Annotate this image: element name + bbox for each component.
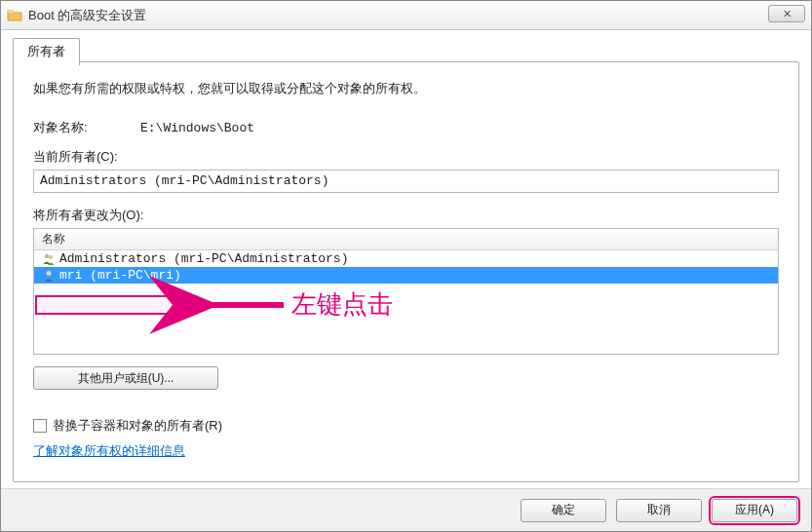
current-owner-field: Administrators (mri-PC\Administrators): [33, 170, 779, 193]
change-owner-to-label: 将所有者更改为(O):: [33, 207, 779, 224]
svg-point-2: [47, 271, 52, 276]
learn-more-link[interactable]: 了解对象所有权的详细信息: [33, 443, 185, 458]
svg-point-1: [49, 255, 53, 259]
list-item-label: mri (mri-PC\mri): [59, 268, 181, 283]
window-title: Boot 的高级安全设置: [28, 7, 146, 24]
list-item[interactable]: Administrators (mri-PC\Administrators): [34, 250, 778, 267]
object-name-row: 对象名称: E:\Windows\Boot: [33, 119, 779, 136]
tabstrip: 所有者: [13, 38, 80, 65]
folder-icon: [7, 8, 22, 23]
svg-point-0: [45, 253, 49, 257]
close-icon: ✕: [783, 8, 792, 20]
tab-owner[interactable]: 所有者: [13, 38, 80, 65]
owner-listbox[interactable]: 名称 Administrators (mri-PC\Administrators…: [33, 228, 779, 355]
titlebar: Boot 的高级安全设置 ✕: [1, 1, 811, 30]
users-group-icon: [42, 252, 56, 266]
client-area: 所有者 如果您有所需的权限或特权，您就可以取得或分配这个对象的所有权。 对象名称…: [1, 30, 811, 531]
tab-panel-owner: 如果您有所需的权限或特权，您就可以取得或分配这个对象的所有权。 对象名称: E:…: [13, 61, 799, 482]
replace-owner-checkbox[interactable]: [33, 419, 47, 433]
close-button[interactable]: ✕: [768, 5, 805, 22]
ok-button[interactable]: 确定: [521, 499, 606, 522]
object-name-value: E:\Windows\Boot: [140, 121, 254, 135]
list-column-header: 名称: [34, 229, 778, 250]
apply-button[interactable]: 应用(A): [712, 499, 797, 522]
current-owner-label: 当前所有者(C):: [33, 148, 779, 166]
replace-owner-label: 替换子容器和对象的所有者(R): [53, 417, 222, 435]
object-name-label: 对象名称:: [33, 119, 140, 136]
list-item[interactable]: mri (mri-PC\mri): [34, 267, 778, 284]
user-icon: [42, 269, 56, 283]
description-text: 如果您有所需的权限或特权，您就可以取得或分配这个对象的所有权。: [33, 80, 779, 97]
list-item-label: Administrators (mri-PC\Administrators): [59, 251, 348, 266]
other-users-button[interactable]: 其他用户或组(U)...: [33, 366, 218, 390]
dialog-button-bar: 确定 取消 应用(A): [1, 488, 811, 531]
dialog-window: Boot 的高级安全设置 ✕ 所有者 如果您有所需的权限或特权，您就可以取得或分…: [0, 0, 812, 532]
replace-owner-row: 替换子容器和对象的所有者(R): [33, 417, 779, 435]
cancel-button[interactable]: 取消: [616, 499, 702, 522]
